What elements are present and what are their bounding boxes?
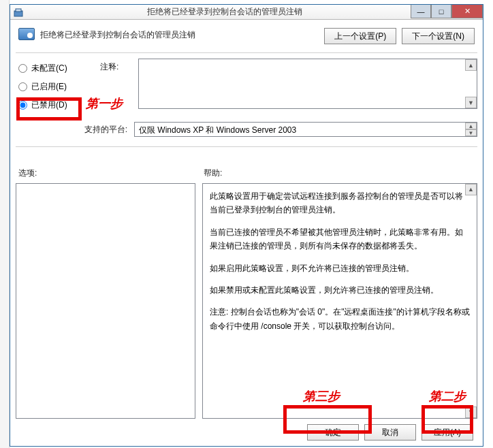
divider: [16, 52, 477, 53]
scroll-up-icon[interactable]: ▲: [465, 123, 477, 129]
platform-label: 支持的平台:: [84, 125, 127, 134]
radio-column: 未配置(C) 已启用(E) 已禁用(D): [16, 59, 96, 118]
radio-disabled-input[interactable]: [18, 101, 27, 110]
svg-rect-1: [16, 9, 21, 12]
app-icon: [13, 7, 24, 18]
radio-not-configured-label: 未配置(C): [31, 63, 67, 74]
help-paragraph: 注意: 控制台会话也称为"会话 0"。在"远程桌面连接"的计算机字段名称或命令行…: [210, 305, 470, 333]
platform-label-col: 支持的平台:: [16, 122, 130, 137]
apply-button[interactable]: 应用(A): [422, 424, 473, 441]
prev-setting-button[interactable]: 上一个设置(P): [324, 28, 396, 44]
options-label: 选项:: [18, 168, 37, 178]
policy-icon: [18, 28, 35, 40]
platform-value: 仅限 Windows XP 和 Windows Server 2003: [139, 125, 296, 135]
cancel-button[interactable]: 取消: [364, 424, 416, 441]
maximize-button[interactable]: □: [431, 5, 451, 18]
header-row: 拒绝将已经登录到控制台会话的管理员注销 上一个设置(P) 下一个设置(N): [16, 25, 477, 50]
note-label-col: 注释:: [100, 59, 134, 118]
platform-box: 仅限 Windows XP 和 Windows Server 2003 ▲ ▼: [134, 122, 477, 137]
radio-not-configured-input[interactable]: [18, 64, 27, 73]
radio-enabled-input[interactable]: [18, 82, 27, 91]
titlebar[interactable]: 拒绝将已经登录到控制台会话的管理员注销 — □ ✕: [10, 5, 483, 20]
scroll-up-icon[interactable]: ▲: [465, 59, 477, 71]
help-paragraph: 如果启用此策略设置，则不允许将已连接的管理员注销。: [210, 261, 470, 275]
ok-button[interactable]: 确定: [307, 424, 359, 441]
lower-labels: 选项: 帮助:: [16, 167, 477, 179]
help-paragraph: 此策略设置用于确定尝试远程连接到服务器控制台的管理员是否可以将当前已登录到控制台…: [210, 189, 470, 217]
next-setting-button[interactable]: 下一个设置(N): [402, 28, 475, 44]
scroll-down-icon[interactable]: ▼: [465, 406, 477, 418]
radio-disabled[interactable]: 已禁用(D): [18, 99, 96, 111]
note-textarea[interactable]: ▲ ▼: [138, 59, 477, 109]
help-paragraph: 如果禁用或未配置此策略设置，则允许将已连接的管理员注销。: [210, 283, 470, 297]
radio-enabled-label: 已启用(E): [31, 81, 67, 93]
options-panel: [16, 183, 195, 419]
help-panel: 此策略设置用于确定尝试远程连接到服务器控制台的管理员是否可以将当前已登录到控制台…: [202, 183, 477, 419]
dialog-window: 拒绝将已经登录到控制台会话的管理员注销 — □ ✕ 拒绝将已经登录到控制台会话的…: [10, 4, 483, 447]
policy-title: 拒绝将已经登录到控制台会话的管理员注销: [40, 28, 324, 41]
note-label: 注释:: [100, 62, 118, 71]
footer-buttons: 确定 取消 应用(A): [16, 419, 477, 446]
divider: [16, 146, 477, 147]
scroll-down-icon[interactable]: ▼: [465, 129, 477, 136]
nav-buttons: 上一个设置(P) 下一个设置(N): [324, 28, 475, 44]
platform-row: 支持的平台: 仅限 Windows XP 和 Windows Server 20…: [16, 122, 477, 137]
radio-enabled[interactable]: 已启用(E): [18, 81, 96, 93]
config-row: 未配置(C) 已启用(E) 已禁用(D) 注释: ▲ ▼: [16, 59, 477, 118]
close-button[interactable]: ✕: [451, 5, 483, 18]
scroll-down-icon[interactable]: ▼: [465, 97, 477, 108]
help-paragraph: 当前已连接的管理员不希望被其他管理员注销时，此策略非常有用。如果注销已连接的管理…: [210, 225, 470, 253]
minimize-button[interactable]: —: [411, 5, 431, 18]
help-label: 帮助:: [204, 168, 222, 178]
radio-disabled-label: 已禁用(D): [31, 99, 67, 111]
cropped-background: [0, 0, 10, 448]
scroll-up-icon[interactable]: ▲: [465, 184, 477, 195]
dialog-content: 拒绝将已经登录到控制台会话的管理员注销 上一个设置(P) 下一个设置(N) 未配…: [10, 20, 483, 446]
panels: 此策略设置用于确定尝试远程连接到服务器控制台的管理员是否可以将当前已登录到控制台…: [16, 183, 477, 419]
window-buttons: — □ ✕: [411, 5, 483, 20]
radio-not-configured[interactable]: 未配置(C): [18, 63, 96, 74]
